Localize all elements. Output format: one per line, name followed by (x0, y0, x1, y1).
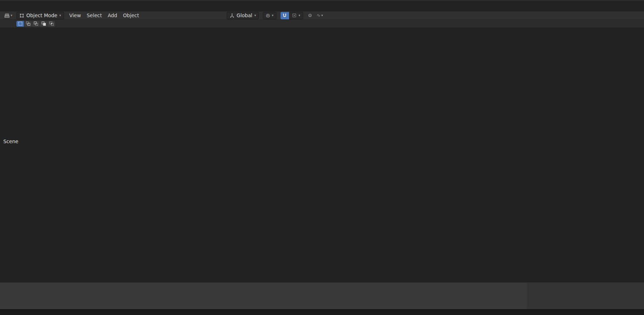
mode-label: Object Mode (26, 13, 57, 18)
topbar: File Edit Render Window Help Layout Mode… (0, 0, 644, 11)
blender-window: File Edit Render Window Help Layout Mode… (0, 0, 644, 315)
snap-target-icon (292, 13, 297, 18)
topbar-right: ▾ Scene × (546, 2, 644, 9)
proportional-editing-button[interactable]: ⊙ (306, 12, 314, 19)
menu-select[interactable]: Select (84, 12, 105, 19)
viewport-header: ▾ Object Mode ▾ View Select Add Object G… (0, 11, 644, 20)
select-extend-button[interactable] (24, 21, 32, 26)
axis-gizmo-icon (230, 13, 235, 18)
chevron-down-icon: ▾ (272, 14, 274, 17)
object-mode-icon (19, 13, 24, 18)
snap-settings-dropdown[interactable]: ▾ (289, 12, 303, 19)
proportional-editing-icon: ⊙ (308, 13, 312, 18)
select-intersect-icon (49, 21, 54, 26)
scene-name-field[interactable]: Scene (0, 0, 644, 283)
chevron-down-icon: ▾ (321, 14, 323, 17)
snap-toggle-button[interactable] (280, 12, 289, 19)
select-set-button[interactable] (16, 21, 24, 26)
select-extend-icon (26, 21, 30, 26)
snapping-group: ▾ (280, 12, 303, 19)
chevron-down-icon: ▾ (59, 14, 61, 17)
pivot-point-dropdown[interactable]: ◎ ▾ (263, 12, 276, 19)
select-invert-button[interactable] (40, 21, 47, 26)
chevron-down-icon: ▾ (298, 14, 300, 17)
select-intersect-button[interactable] (48, 21, 55, 26)
editor-type-button[interactable]: ▾ (3, 12, 14, 19)
select-subtract-button[interactable] (32, 21, 40, 26)
select-subtract-icon (34, 21, 38, 26)
select-invert-icon (41, 21, 46, 26)
magnet-icon (282, 13, 287, 18)
scene-selector: ▾ Scene (546, 2, 558, 9)
tool-settings-bar (0, 20, 644, 28)
menu-view[interactable]: View (67, 12, 84, 19)
select-set-icon (18, 21, 23, 26)
status-bar (0, 309, 644, 315)
scene-name-value: Scene (3, 139, 18, 144)
select-mode-group (16, 21, 55, 26)
proportional-falloff-dropdown[interactable]: ∿ ▾ (316, 12, 324, 19)
mode-dropdown[interactable]: Object Mode ▾ (16, 12, 64, 19)
transform-controls: Global ▾ ◎ ▾ ▾ (227, 11, 324, 19)
orientation-label: Global (236, 13, 252, 18)
editor-3d-viewport-icon (4, 13, 10, 18)
falloff-curve-icon: ∿ (317, 13, 321, 18)
chevron-down-icon: ▾ (254, 14, 256, 17)
pivot-point-icon: ◎ (266, 13, 270, 18)
menu-add[interactable]: Add (105, 12, 120, 19)
chevron-down-icon: ▾ (11, 14, 13, 17)
orientation-dropdown[interactable]: Global ▾ (227, 12, 259, 19)
menu-object[interactable]: Object (120, 12, 142, 19)
